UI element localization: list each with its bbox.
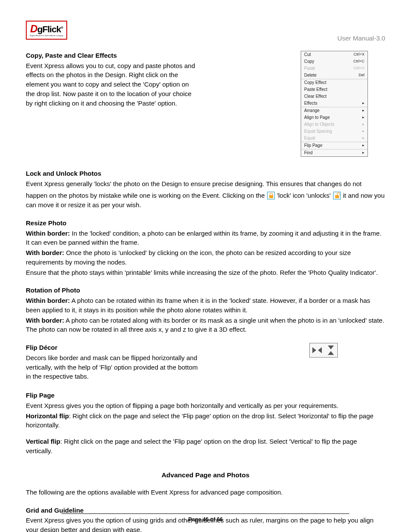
- menu-item[interactable]: Find▸: [301, 149, 367, 156]
- menu-item-label: Paste: [304, 65, 315, 72]
- rotation-with-label: With border:: [26, 317, 64, 324]
- menu-item[interactable]: CopyCtrl+C: [301, 58, 367, 65]
- rotation-with-body: A photo can be rotated along with its bo…: [26, 317, 384, 333]
- page-number: Page 46 of 66: [26, 516, 385, 523]
- page-footer: Page 46 of 66: [26, 513, 385, 523]
- footer-divider: [62, 513, 349, 514]
- menu-item[interactable]: Clear Effect: [301, 93, 367, 100]
- menu-item[interactable]: Flip Page▸: [301, 142, 367, 149]
- submenu-arrow-icon: ▸: [362, 115, 364, 120]
- menu-item[interactable]: Paste Effect: [301, 86, 367, 93]
- menu-shortcut: Del: [358, 72, 364, 78]
- submenu-arrow-icon: ▸: [362, 143, 364, 148]
- menu-item-label: Flip Page: [304, 143, 322, 149]
- logo: DgFlick® Digital World For Still & Motio…: [26, 21, 67, 40]
- resize-with-label: With border:: [26, 249, 64, 256]
- menu-item-label: Equal Spacing: [304, 128, 332, 135]
- menu-item[interactable]: Arrange▸: [301, 107, 367, 114]
- menu-item-label: Paste Effect: [304, 87, 327, 93]
- rotation-within: Within border: A photo can be rotated wi…: [26, 296, 385, 315]
- flip-v-body: : Right click on the page and select the…: [26, 438, 357, 454]
- heading-resize: Resize Photo: [26, 218, 385, 228]
- submenu-arrow-icon: ▸: [362, 121, 364, 127]
- heading-flip-page: Flip Page: [26, 391, 385, 400]
- svg-marker-3: [328, 351, 334, 355]
- menu-item[interactable]: Align to Page▸: [301, 114, 367, 121]
- submenu-arrow-icon: ▸: [362, 128, 364, 134]
- rotation-within-body: A photo can be rotated within its frame …: [26, 297, 370, 314]
- menu-shortcut: Ctrl+V: [354, 65, 364, 71]
- menu-item-label: Align to Page: [304, 115, 330, 121]
- advanced-intro: The following are the options available …: [26, 488, 385, 497]
- resize-with: With border: Once the photo is 'unlocked…: [26, 248, 385, 267]
- context-menu: CutCtrl+XCopyCtrl+CPasteCtrl+VDeleteDelC…: [301, 51, 368, 157]
- menu-item-label: Equal: [304, 135, 315, 142]
- menu-item-label: Find: [304, 150, 312, 156]
- menu-item[interactable]: Effects▸: [301, 100, 367, 107]
- logo-letter-d: D: [30, 23, 37, 34]
- lock-text-b: 'lock' icon 'unlocks': [275, 192, 333, 199]
- menu-item-label: Copy Effect: [304, 80, 327, 86]
- body-copy-effects: Event Xpress allows you to cut, copy and…: [26, 61, 198, 108]
- submenu-arrow-icon: ▸: [362, 100, 364, 106]
- resize-within-body: In the 'locked' condition, a photo can b…: [26, 230, 381, 246]
- flip-horizontal-icon: [312, 346, 322, 354]
- submenu-arrow-icon: ▸: [362, 150, 364, 156]
- flip-v-label: Vertical flip: [26, 438, 60, 445]
- flip-page-v: Vertical flip: Right click on the page a…: [26, 437, 385, 456]
- lock-text-a: happen on the photos by mistake while on…: [26, 192, 267, 199]
- rotation-within-label: Within border:: [26, 297, 70, 304]
- logo-registered: ®: [61, 26, 63, 30]
- menu-shortcut: Ctrl+C: [353, 59, 364, 64]
- menu-item: Equal▸: [301, 135, 367, 142]
- flip-page-intro: Event Xpress gives you the option of fli…: [26, 401, 385, 411]
- heading-flip-decor: Flip Décor: [26, 343, 202, 352]
- heading-advanced: Advanced Page and Photos: [26, 470, 385, 480]
- svg-marker-0: [312, 347, 316, 353]
- resize-within: Within border: In the 'locked' condition…: [26, 229, 385, 248]
- body-flip-decor: Decors like border and mask can be flipp…: [26, 353, 202, 381]
- lock-icon: [267, 192, 275, 199]
- flip-icons-figure: [309, 343, 338, 358]
- menu-shortcut: Ctrl+X: [354, 52, 364, 57]
- body-lock-line2: happen on the photos by mistake while on…: [26, 191, 385, 210]
- svg-marker-2: [328, 345, 334, 349]
- menu-item-label: Clear Effect: [304, 93, 327, 100]
- menu-item[interactable]: DeleteDel: [301, 72, 367, 79]
- body-lock-line1: Event Xpress generally 'locks' the photo…: [26, 179, 385, 189]
- submenu-arrow-icon: ▸: [362, 108, 364, 113]
- menu-item-label: Cut: [304, 52, 311, 58]
- menu-item-label: Arrange: [304, 108, 320, 114]
- logo-tagline: Digital World For Still & Motion Imaging: [30, 35, 63, 37]
- menu-item-label: Copy: [304, 59, 314, 65]
- flip-vertical-icon: [327, 345, 335, 355]
- resize-ensure: Ensure that the photo stays within 'prin…: [26, 268, 385, 277]
- flip-h-body: : Right click on the page and select the…: [26, 412, 374, 429]
- flip-page-h: Horizontal flip: Right click on the page…: [26, 411, 385, 430]
- logo-text-rest: gFlick: [37, 24, 61, 34]
- menu-item: Align to Objects▸: [301, 121, 367, 128]
- menu-item-label: Delete: [304, 72, 317, 79]
- heading-copy-effects: Copy, Paste and Clear Effects: [26, 51, 198, 60]
- resize-within-label: Within border:: [26, 230, 70, 237]
- heading-rotation: Rotation of Photo: [26, 286, 385, 295]
- menu-item: Equal Spacing▸: [301, 128, 367, 135]
- unlock-icon: [333, 192, 341, 199]
- resize-with-body: Once the photo is 'unlocked' by clicking…: [26, 249, 351, 266]
- submenu-arrow-icon: ▸: [362, 135, 364, 141]
- menu-item[interactable]: CutCtrl+X: [301, 51, 367, 58]
- page-header: DgFlick® Digital World For Still & Motio…: [26, 21, 385, 43]
- menu-item[interactable]: Copy Effect: [301, 79, 367, 86]
- flip-h-label: Horizontal flip: [26, 412, 69, 420]
- manual-version-label: User Manual-3.0: [337, 34, 385, 43]
- svg-marker-1: [318, 347, 322, 353]
- rotation-with: With border: A photo can be rotated alon…: [26, 316, 385, 335]
- menu-item-label: Effects: [304, 100, 317, 107]
- menu-item: PasteCtrl+V: [301, 65, 367, 72]
- menu-item-label: Align to Objects: [304, 121, 334, 128]
- heading-lock-unlock: Lock and Unlock Photos: [26, 169, 385, 178]
